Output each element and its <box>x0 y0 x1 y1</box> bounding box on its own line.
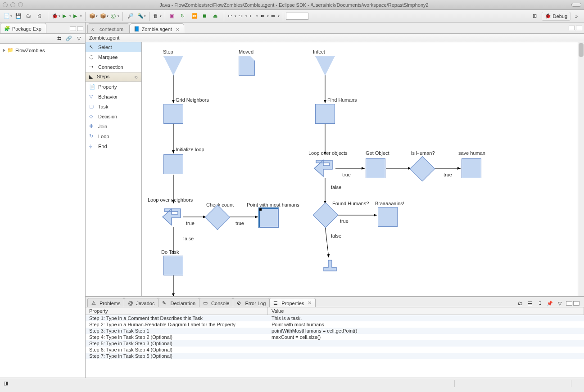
refresh-button[interactable]: ↻ <box>179 11 189 21</box>
status-icon[interactable]: ◨ <box>4 380 10 387</box>
package-explorer-tree[interactable]: 📁 FlowZombies <box>0 43 85 378</box>
new-class-button[interactable]: 📦 <box>99 11 109 21</box>
table-row[interactable]: Step 5: Type in Task Step 3 (Optional) <box>86 340 584 347</box>
tab-javadoc[interactable]: @Javadoc <box>124 298 158 307</box>
node-save-human[interactable] <box>462 158 481 178</box>
restore-button[interactable]: ↧ <box>536 300 543 307</box>
new-package-button[interactable]: 📦 <box>88 11 98 21</box>
palette-connection[interactable]: ⇢Connection <box>86 62 141 72</box>
palette-group-steps[interactable]: ◣ Steps <box>86 72 141 82</box>
zoom-window-button[interactable] <box>18 2 23 7</box>
table-row[interactable]: Step 1: Type in a Comment that Describes… <box>86 315 584 321</box>
stop-button[interactable]: ⏹ <box>200 11 210 21</box>
table-row[interactable]: Step 4: Type in Task Step 2 (Optional)ma… <box>86 334 584 340</box>
collapse-all-button[interactable]: ⇆ <box>55 35 63 42</box>
node-get-object[interactable] <box>366 158 385 178</box>
print-button[interactable]: 🖨 <box>35 11 45 21</box>
tab-console[interactable]: ▭Console <box>199 298 233 307</box>
node-grid-neighbors[interactable] <box>163 104 183 124</box>
close-window-button[interactable] <box>3 2 8 7</box>
node-find-humans[interactable] <box>315 104 335 124</box>
prop-value[interactable]: Point with most humans <box>268 321 584 328</box>
last-edit-button[interactable]: ⇠ <box>249 11 258 21</box>
prop-value[interactable]: pointWithMostHumans = cell.getPoint() <box>268 328 584 334</box>
palette-task[interactable]: ▢Task <box>86 102 141 112</box>
palette-marquee[interactable]: ◌Marquee <box>86 52 141 62</box>
node-loop-neighbors[interactable] <box>160 204 184 230</box>
step-button[interactable]: ⏩ <box>190 11 199 21</box>
minimize-editor-button[interactable] <box>569 26 575 30</box>
maximize-editor-button[interactable] <box>576 26 582 30</box>
close-tab-button[interactable]: ✕ <box>308 300 312 306</box>
save-all-button[interactable]: 🗂 <box>24 11 34 21</box>
notification-icon[interactable] <box>574 380 580 387</box>
categories-button[interactable]: 🗂 <box>516 300 524 307</box>
palette-decision[interactable]: ◇Decision <box>86 112 141 122</box>
prop-value[interactable] <box>268 353 584 359</box>
prop-value[interactable] <box>268 340 584 347</box>
close-tab-button[interactable]: ✕ <box>176 27 179 32</box>
search-button[interactable]: 🔦 <box>136 11 146 21</box>
pin-icon[interactable] <box>134 74 138 80</box>
save-button[interactable]: 💾 <box>14 11 23 21</box>
node-do-task[interactable] <box>163 256 183 275</box>
tab-errorlog[interactable]: ⊘Error Log <box>233 298 270 307</box>
palette-join[interactable]: ✚Join <box>86 122 141 131</box>
col-property[interactable]: Property <box>86 307 268 315</box>
maximize-panel-button[interactable] <box>573 301 579 306</box>
tab-properties[interactable]: ☰Properties✕ <box>269 298 316 307</box>
filter-button[interactable]: ☰ <box>526 300 534 307</box>
link-editor-button[interactable]: 🔗 <box>65 35 72 42</box>
view-menu-button[interactable]: ▽ <box>75 35 82 42</box>
editor-tab-zombie[interactable]: 📘 Zombie.agent ✕ <box>130 23 184 33</box>
table-row[interactable]: Step 3: Type in Task Step 1pointWithMost… <box>86 328 584 334</box>
debug-button[interactable]: 🐞 <box>51 11 61 21</box>
node-moved[interactable] <box>239 56 255 76</box>
canvas-vscrollbar[interactable] <box>578 42 584 296</box>
forward-button[interactable]: ⇒ <box>270 11 280 21</box>
package-explorer-tab[interactable]: 🧩 Package Exp <box>0 23 46 33</box>
new-type-button[interactable]: Ⓒ <box>110 11 120 21</box>
palette-behavior[interactable]: ▽Behavior <box>86 92 141 102</box>
perspective-debug[interactable]: 🐞Debug <box>542 12 570 21</box>
build-button[interactable]: ▣ <box>168 11 178 21</box>
open-type-button[interactable]: 🔎 <box>126 11 136 21</box>
pin-button[interactable]: 📌 <box>546 300 553 307</box>
col-value[interactable]: Value <box>268 307 584 315</box>
undo-nav-button[interactable]: ↩ <box>227 11 237 21</box>
palette-end[interactable]: ⏚End <box>86 141 141 151</box>
expand-icon[interactable] <box>3 49 5 52</box>
diagram-canvas[interactable]: Step Moved Grid Neighbors Initialize loo… <box>142 42 584 296</box>
palette-select[interactable]: ↖Select <box>86 42 141 52</box>
redo-nav-button[interactable]: ↪ <box>238 11 248 21</box>
table-row[interactable]: Step 2: Type in a Human-Readable Diagram… <box>86 321 584 328</box>
prop-value[interactable]: maxCount = cell.size() <box>268 334 584 340</box>
tab-declaration[interactable]: ✎Declaration <box>158 298 199 307</box>
minimize-view-button[interactable] <box>70 27 76 31</box>
palette-property[interactable]: 📄Property <box>86 82 141 92</box>
new-wizard-button[interactable]: 📄 <box>3 11 13 21</box>
toolbar-toggle-button[interactable] <box>571 3 581 7</box>
terminate-button[interactable]: ⏏ <box>211 11 221 21</box>
table-row[interactable]: Step 7: Type in Task Step 5 (Optional) <box>86 353 584 359</box>
project-node[interactable]: 📁 FlowZombies <box>3 46 82 54</box>
prop-value[interactable]: This is a task. <box>268 315 584 321</box>
node-braains[interactable] <box>378 207 398 227</box>
editor-tab-context[interactable]: x context.xml <box>87 23 130 33</box>
external-tools-button[interactable]: ▶ <box>72 11 82 21</box>
scrollbar-thumb[interactable] <box>579 43 584 57</box>
minimize-window-button[interactable] <box>10 2 15 7</box>
node-loop-objects[interactable] <box>312 156 336 181</box>
view-menu-button[interactable]: ▽ <box>556 300 563 307</box>
minimize-panel-button[interactable] <box>566 301 572 306</box>
node-init-loop[interactable] <box>163 154 183 174</box>
node-end[interactable] <box>322 258 338 275</box>
toggle-breadcrumb-button[interactable]: 🗑 <box>152 11 162 21</box>
back-button[interactable]: ⇐ <box>259 11 269 21</box>
run-button[interactable]: ▶ <box>62 11 72 21</box>
perspective-more-button[interactable]: » <box>571 11 581 21</box>
window-controls[interactable] <box>3 2 23 7</box>
palette-loop[interactable]: ↻Loop <box>86 131 141 141</box>
maximize-view-button[interactable] <box>77 27 83 31</box>
quick-access-input[interactable] <box>286 13 308 20</box>
